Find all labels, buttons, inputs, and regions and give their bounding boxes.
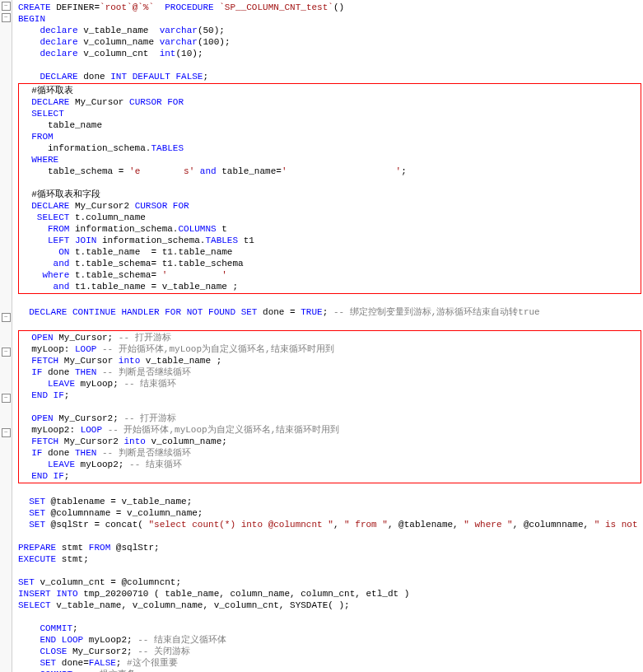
code-line[interactable]: IF done THEN -- 判断是否继续循环 [21, 366, 639, 378]
code-line[interactable]: LEAVE myLoop2; -- 结束循环 [21, 459, 639, 470]
code-line[interactable]: IF done THEN -- 判断是否继续循环 [21, 447, 639, 459]
code-line[interactable]: SET done=FALSE; #这个很重要 [15, 657, 643, 669]
code-line[interactable]: INSERT INTO tmp_20200710 ( table_name, c… [15, 588, 643, 600]
code-line[interactable] [15, 611, 643, 623]
code-line[interactable] [15, 59, 643, 71]
code-line[interactable]: where t.table_schema= ' ' [21, 269, 639, 281]
code-line[interactable]: PREPARE stmt FROM @sqlStr; [15, 542, 643, 553]
highlight-box-cursors: #循环取表 DECLARE My_Cursor CURSOR FOR SELEC… [18, 83, 641, 294]
code-line[interactable]: FETCH My_Cursor into v_table_name ; [21, 355, 639, 366]
fold-marker[interactable]: − [2, 394, 11, 403]
code-line[interactable]: SET @sqlStr = concat( "select count(*) i… [15, 519, 643, 530]
code-line[interactable]: LEFT JOIN information_schema.TABLES t1 [21, 235, 639, 246]
code-line[interactable]: LEAVE myLoop; -- 结束循环 [21, 378, 639, 390]
code-line[interactable]: ON t.table_name = t1.table_name [21, 246, 639, 258]
code-line[interactable]: FETCH My_Cursor2 into v_column_name; [21, 436, 639, 447]
code-line[interactable]: myLoop2: LOOP -- 开始循环体,myLoop为自定义循环名,结束循… [21, 424, 639, 436]
fold-marker[interactable]: − [2, 348, 11, 357]
code-line[interactable] [21, 401, 639, 413]
code-line[interactable]: END IF; [21, 390, 639, 401]
code-line[interactable]: BEGIN [15, 13, 643, 25]
code-line[interactable]: DECLARE done INT DEFAULT FALSE; [15, 71, 643, 82]
code-line[interactable]: CLOSE My_Cursor2; -- 关闭游标 [15, 646, 643, 657]
code-line[interactable] [15, 530, 643, 542]
highlight-box-loops: OPEN My_Cursor; -- 打开游标 myLoop: LOOP -- … [18, 330, 641, 483]
code-line[interactable]: declare v_table_name varchar(50); [15, 25, 643, 36]
code-line[interactable]: #循环取表 [21, 85, 639, 96]
code-line[interactable]: SET @columnname = v_column_name; [15, 507, 643, 519]
code-line[interactable]: SET v_column_cnt = @columncnt; [15, 576, 643, 588]
code-line[interactable] [15, 295, 643, 306]
fold-gutter: − − − − − − [0, 0, 12, 672]
code-line[interactable]: OPEN My_Cursor; -- 打开游标 [21, 332, 639, 343]
fold-marker[interactable]: − [2, 428, 11, 437]
code-line[interactable]: SELECT v_table_name, v_column_name, v_co… [15, 600, 643, 611]
code-line[interactable]: table_schema = 'e s' and table_name=' '; [21, 166, 639, 177]
code-line[interactable]: table_name [21, 119, 639, 131]
code-line[interactable]: END IF; [21, 470, 639, 482]
code-line[interactable]: declare v_column_cnt int(10); [15, 48, 643, 59]
code-line[interactable]: DECLARE My_Cursor CURSOR FOR [21, 96, 639, 108]
code-line[interactable]: COMMIT; [15, 623, 643, 634]
code-line[interactable]: FROM information_schema.COLUMNS t [21, 223, 639, 235]
code-line[interactable]: and t1.table_name = v_table_name ; [21, 281, 639, 292]
code-line[interactable]: #循环取表和字段 [21, 189, 639, 200]
code-line[interactable]: OPEN My_Cursor2; -- 打开游标 [21, 413, 639, 424]
code-line[interactable]: EXECUTE stmt; [15, 553, 643, 565]
code-line[interactable] [15, 484, 643, 496]
fold-marker[interactable]: − [2, 2, 11, 11]
code-line[interactable]: SELECT [21, 108, 639, 119]
code-line[interactable]: WHERE [21, 154, 639, 166]
code-line[interactable]: information_schema.TABLES [21, 142, 639, 154]
code-line[interactable]: SELECT t.column_name [21, 212, 639, 223]
code-line[interactable]: END LOOP myLoop2; -- 结束自定义循环体 [15, 634, 643, 646]
code-line[interactable]: FROM [21, 131, 639, 142]
code-editor[interactable]: − − − − − − CREATE DEFINER=`root`@`%` PR… [0, 0, 643, 672]
code-line[interactable]: DECLARE My_Cursor2 CURSOR FOR [21, 200, 639, 212]
code-line[interactable]: COMMIT; -- 提交事务 [15, 669, 643, 672]
code-line[interactable]: DECLARE CONTINUE HANDLER FOR NOT FOUND S… [15, 306, 643, 318]
fold-marker[interactable]: − [2, 313, 11, 322]
code-line[interactable]: declare v_column_name varchar(100); [15, 36, 643, 48]
code-line[interactable] [21, 177, 639, 189]
code-line[interactable] [15, 318, 643, 329]
code-line[interactable]: SET @tablename = v_table_name; [15, 496, 643, 507]
fold-marker[interactable]: − [2, 13, 11, 22]
code-line[interactable] [15, 565, 643, 576]
code-line[interactable]: CREATE DEFINER=`root`@`%` PROCEDURE `SP_… [15, 2, 643, 13]
code-line[interactable]: myLoop: LOOP -- 开始循环体,myLoop为自定义循环名,结束循环… [21, 343, 639, 355]
code-line[interactable]: and t.table_schema= t1.table_schema [21, 258, 639, 269]
